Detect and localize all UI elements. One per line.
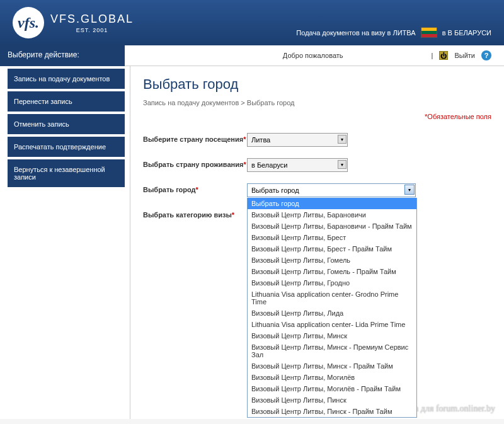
city-option[interactable]: Визовый Центр Литвы, Минск - Премиум Сер… (248, 341, 416, 360)
content: Выбрать город Запись на подачу документо… (130, 66, 504, 419)
submit-docs-text: Подача документов на визу в ЛИТВА (296, 29, 415, 37)
header: vfs. VFS.GLOBAL EST. 2001 Подача докумен… (0, 0, 504, 45)
city-option[interactable]: Визовый Центр Литвы, Брест - Прайм Тайм (248, 243, 416, 255)
select-country-residence[interactable]: в Беларуси ▾ (247, 158, 348, 172)
brand-est: EST. 2001 (50, 27, 134, 33)
chevron-down-icon: ▾ (404, 185, 415, 195)
logout-link[interactable]: Выйти (454, 52, 475, 59)
sidebar-item-resume[interactable]: Вернуться к незавершенной записи (8, 159, 125, 187)
city-option[interactable]: Визовый Центр Литвы, Минск (248, 330, 416, 341)
select-city[interactable]: Выбрать город ▾ Выбрать город Визовый Це… (247, 183, 416, 197)
sidebar-item-cancel[interactable]: Отменить запись (8, 114, 125, 134)
select-country-visit[interactable]: Литва ▾ (247, 133, 348, 147)
sidebar-item-print[interactable]: Распечатать подтверждение (8, 137, 125, 157)
city-option[interactable]: Визовый Центр Литвы, Барановичи - Прайм … (248, 221, 416, 232)
city-option[interactable]: Визовый Центр Литвы, Могилёв - Прайм Тай… (248, 383, 416, 394)
city-option[interactable]: Lithuania Visa application center- Grodn… (248, 289, 416, 307)
sidebar-item-schedule[interactable]: Запись на подачу документов (8, 69, 125, 89)
city-option[interactable]: Визовый Центр Литвы, Могилёв (248, 372, 416, 383)
label-country-visit: Выберите страну посещения* (143, 133, 247, 143)
city-option[interactable]: Визовый Центр Литвы, Гродно (248, 277, 416, 289)
chevron-down-icon: ▾ (338, 160, 346, 169)
required-note: Обязательные поля (143, 113, 491, 120)
city-dropdown-list: Выбрать город Визовый Центр Литвы, Баран… (247, 198, 417, 418)
city-option[interactable]: Визовый Центр Литвы, Гомель - Прайм Тайм (248, 266, 416, 277)
city-option[interactable]: Визовый Центр Литвы, Лида (248, 307, 416, 319)
city-option[interactable]: Выбрать город (248, 198, 416, 209)
city-option[interactable]: Визовый Центр Литвы, Пинск (248, 394, 416, 406)
select-value: в Беларуси (251, 161, 287, 169)
logo-circle: vfs. (13, 7, 44, 38)
city-option[interactable]: Визовый Центр Литвы, Барановичи (248, 209, 416, 221)
welcome-bar: Добро пожаловать | ⏻ Выйти ? (125, 45, 504, 66)
brand-name: VFS.GLOBAL (50, 13, 134, 26)
header-right: Подача документов на визу в ЛИТВА в В БЕ… (296, 27, 491, 38)
page-title: Выбрать город (143, 76, 491, 93)
select-value: Выбрать город (251, 186, 299, 194)
city-option[interactable]: Визовый Центр Литвы, Пинск - Прайм Тайм (248, 406, 416, 417)
chevron-down-icon: ▾ (338, 135, 346, 144)
brand: VFS.GLOBAL EST. 2001 (50, 13, 134, 33)
label-city: Выбрать город* (143, 183, 247, 193)
label-country-residence: Выбрать страну проживания* (143, 158, 247, 168)
sidebar-header: Выберите действие: (0, 45, 125, 66)
city-option[interactable]: Lithuania Visa application center- Lida … (248, 319, 416, 330)
in-country-text: в В БЕЛАРУСИ (442, 29, 491, 37)
sidebar-item-reschedule[interactable]: Перенести запись (8, 91, 125, 112)
breadcrumb: Запись на подачу документов > Выбрать го… (143, 99, 491, 106)
welcome-text: Добро пожаловать (283, 52, 343, 59)
city-option[interactable]: Визовый Центр Литвы, Минск - Прайм Тайм (248, 360, 416, 372)
city-option[interactable]: Визовый Центр Литвы, Гомель (248, 255, 416, 266)
logo-text: vfs. (18, 14, 39, 32)
logout-icon[interactable]: ⏻ (439, 51, 448, 60)
lithuania-flag-icon (421, 27, 437, 38)
select-value: Литва (251, 136, 270, 144)
city-option[interactable]: Визовый Центр Литвы, Брест (248, 232, 416, 243)
help-icon[interactable]: ? (481, 50, 491, 60)
label-visa-category: Выбрать категорию визы* (143, 209, 247, 219)
sidebar: Запись на подачу документов Перенести за… (0, 66, 125, 419)
